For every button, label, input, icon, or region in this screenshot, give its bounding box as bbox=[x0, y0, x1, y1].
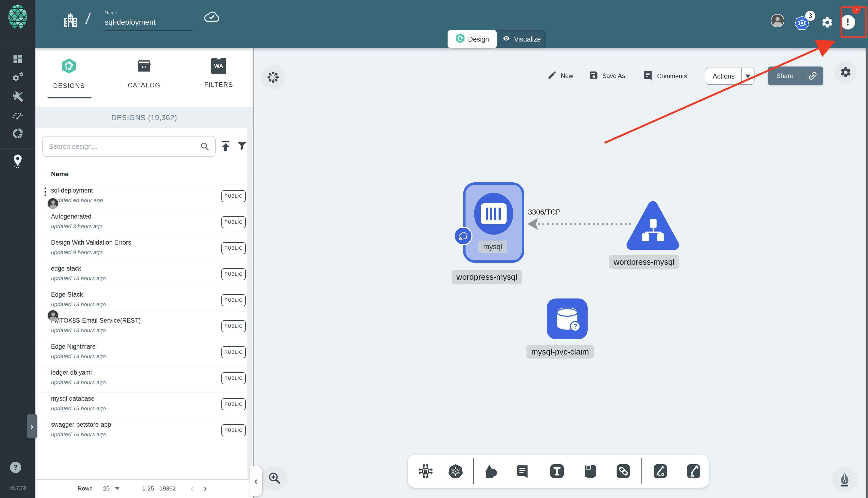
page-scrollbar[interactable] bbox=[866, 48, 868, 498]
panel-scrollbar[interactable] bbox=[247, 128, 252, 479]
design-list-item[interactable]: FMTOK8S-Email-Service(REST) updated 13 h… bbox=[36, 313, 253, 339]
sidebar-item-configuration[interactable] bbox=[0, 88, 36, 105]
design-list-item[interactable]: edge-stack updated 13 hours ago PUBLIC bbox=[36, 261, 253, 287]
row-menu-icon[interactable] bbox=[44, 187, 47, 198]
text-tool-icon[interactable] bbox=[549, 463, 565, 479]
prev-page-icon[interactable]: ‹ bbox=[191, 483, 193, 494]
design-list-item[interactable]: swagger-petstore-app updated 16 hours ag… bbox=[36, 417, 253, 443]
shapes-icon[interactable] bbox=[483, 463, 499, 479]
design-updated: updated 16 hours ago bbox=[51, 431, 106, 438]
dot-grid-icon[interactable] bbox=[261, 65, 285, 90]
note-tool-icon[interactable] bbox=[582, 463, 598, 479]
help-button[interactable]: ? bbox=[10, 462, 21, 473]
name-field-value[interactable]: sql-deployment bbox=[105, 18, 193, 27]
design-list-item[interactable]: Edge Nightmare updated 14 hours ago PUBL… bbox=[36, 339, 253, 365]
visibility-badge: PUBLIC bbox=[221, 242, 246, 254]
share-button-label: Share bbox=[768, 72, 802, 80]
zoom-in-icon[interactable] bbox=[262, 465, 287, 491]
kubernetes-context-count-badge[interactable]: 3 bbox=[805, 11, 815, 21]
freehand-draw-icon[interactable] bbox=[686, 463, 702, 479]
design-name: mysql-database bbox=[51, 395, 94, 402]
pvc-node[interactable]: ? bbox=[547, 299, 587, 339]
deployment-node[interactable]: mysql bbox=[463, 182, 524, 263]
pagination-total: 19362 bbox=[159, 485, 176, 492]
panel-tab-designs[interactable]: DESIGNS bbox=[39, 58, 99, 90]
service-label-chip: wordpress-mysql bbox=[609, 255, 679, 269]
design-list-item[interactable]: sql-deployment updated an hour ago PUBLI… bbox=[36, 183, 253, 209]
sidebar-item-kanvas[interactable] bbox=[0, 152, 36, 170]
pvc-label-chip: mysql-pvc-claim bbox=[527, 345, 594, 358]
actions-dropdown-toggle[interactable] bbox=[742, 75, 754, 78]
question-badge: ? bbox=[570, 321, 581, 332]
design-name: sql-deployment bbox=[51, 187, 93, 194]
version-label: v0.7.78 bbox=[0, 485, 36, 491]
breadcrumb-slash: / bbox=[85, 10, 91, 28]
sidebar-expand-handle[interactable]: › bbox=[27, 414, 37, 438]
pen-nib-icon[interactable] bbox=[832, 467, 857, 493]
dashboard-icon bbox=[12, 53, 23, 65]
chevron-down-icon[interactable] bbox=[115, 487, 120, 490]
designs-panel: DESIGNS CATALOG WA FILTERS DESIG bbox=[36, 48, 254, 498]
chevron-down-icon bbox=[745, 75, 751, 78]
next-page-icon[interactable]: › bbox=[204, 483, 207, 494]
visibility-badge: PUBLIC bbox=[221, 216, 246, 228]
actions-button[interactable]: Actions bbox=[706, 68, 754, 85]
cloud-sync-icon[interactable] bbox=[204, 11, 220, 24]
tab-visualize[interactable]: Visualize bbox=[497, 30, 546, 48]
user-avatar[interactable] bbox=[771, 14, 784, 27]
organization-building-icon[interactable] bbox=[63, 13, 77, 28]
new-button[interactable]: New bbox=[547, 70, 573, 81]
copy-link-icon[interactable] bbox=[802, 70, 823, 81]
design-search-row bbox=[36, 128, 253, 158]
design-name-field[interactable]: Name sql-deployment bbox=[105, 10, 193, 30]
panel-tab-filters[interactable]: WA FILTERS bbox=[189, 58, 248, 89]
layer5-logo[interactable] bbox=[8, 4, 27, 30]
design-list-item[interactable]: ledger-db.yaml updated 14 hours ago PUBL… bbox=[36, 365, 253, 391]
sidebar-item-dashboard[interactable] bbox=[0, 50, 36, 68]
designs-count-header: DESIGNS (19,362) bbox=[36, 107, 253, 128]
panel-collapse-handle[interactable]: ‹ bbox=[250, 466, 262, 496]
search-icon[interactable] bbox=[199, 141, 210, 153]
sidebar-item-extensions[interactable] bbox=[0, 125, 36, 142]
design-list-item[interactable]: Design With Validation Errors updated 9 … bbox=[36, 235, 253, 261]
save-as-button[interactable]: Save As bbox=[589, 70, 625, 81]
link-tool-icon[interactable] bbox=[615, 463, 631, 479]
kubernetes-icon[interactable] bbox=[448, 463, 464, 479]
sidebar-item-performance[interactable] bbox=[0, 107, 36, 124]
comment-tool-icon[interactable] bbox=[515, 463, 531, 479]
toolbar-divider bbox=[473, 458, 474, 484]
save-as-button-label: Save As bbox=[603, 73, 625, 80]
row-owner-avatar bbox=[47, 198, 59, 209]
upload-design-icon[interactable] bbox=[220, 140, 231, 153]
design-name: FMTOK8S-Email-Service(REST) bbox=[51, 317, 141, 324]
design-canvas[interactable]: New Save As Comments Actions Share bbox=[254, 48, 868, 498]
row-owner-avatar bbox=[47, 310, 59, 321]
search-input[interactable] bbox=[49, 136, 199, 156]
design-list-item[interactable]: mysql-database updated 15 hours ago PUBL… bbox=[36, 391, 253, 417]
design-name: Design With Validation Errors bbox=[51, 239, 131, 246]
sidebar-item-lifecycle[interactable] bbox=[0, 69, 36, 86]
visibility-badge: PUBLIC bbox=[221, 190, 246, 202]
service-node[interactable] bbox=[626, 200, 679, 252]
name-field-underline bbox=[105, 30, 193, 30]
panel-tab-catalog[interactable]: CATALOG bbox=[115, 58, 173, 89]
container-icon bbox=[474, 193, 513, 235]
rows-per-page-select[interactable]: 25 bbox=[103, 485, 109, 492]
panel-tab-filters-label: FILTERS bbox=[204, 81, 233, 89]
filter-funnel-icon[interactable] bbox=[236, 140, 248, 153]
tab-design[interactable]: Design bbox=[448, 30, 497, 48]
deployment-name-chip: mysql bbox=[478, 240, 507, 253]
design-list-item[interactable]: Autogenerated updated 3 hours ago PUBLIC bbox=[36, 209, 253, 235]
active-tab-underline bbox=[48, 97, 91, 99]
share-button[interactable]: Share bbox=[768, 66, 823, 85]
design-list-item[interactable]: Edge-Stack updated 13 hours ago PUBLIC bbox=[36, 287, 253, 313]
comments-button[interactable]: Comments bbox=[643, 70, 687, 82]
settings-gear-icon[interactable] bbox=[821, 16, 834, 30]
component-icon[interactable] bbox=[417, 463, 433, 479]
canvas-settings-gear-icon[interactable] bbox=[834, 61, 857, 84]
visibility-badge: PUBLIC bbox=[221, 372, 246, 384]
visibility-badge: PUBLIC bbox=[221, 398, 246, 410]
edge-port-label: 3306/TCP bbox=[528, 208, 561, 217]
edge-style-icon[interactable] bbox=[652, 463, 669, 479]
meshery-pentagon-badge[interactable] bbox=[454, 227, 472, 245]
